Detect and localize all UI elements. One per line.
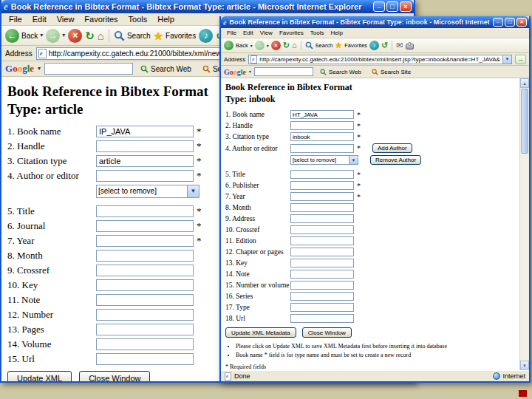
vertical-scrollbar[interactable]	[519, 78, 529, 370]
field-input[interactable]	[96, 220, 194, 232]
remove-author-select[interactable]: [select to remove]	[290, 155, 358, 165]
forward-dropdown-icon[interactable]	[267, 44, 269, 48]
field-input[interactable]	[96, 170, 194, 182]
address-dropdown-icon[interactable]	[502, 55, 511, 64]
home-button[interactable]	[292, 41, 297, 50]
close-window-button[interactable]: Close Window	[302, 327, 352, 338]
back-button[interactable]: Back	[5, 29, 43, 43]
title-bar[interactable]: Book Reference in Bibtex Format - Bibtex…	[221, 16, 529, 28]
address-input[interactable]: http://campexity.cc.gatech.edu:21000/bib…	[248, 55, 512, 64]
menu-item[interactable]: View	[257, 29, 276, 37]
field-input[interactable]	[290, 281, 354, 290]
field-input[interactable]	[96, 309, 194, 321]
menu-item[interactable]: Help	[327, 29, 345, 37]
field-input[interactable]	[290, 292, 354, 301]
field-input[interactable]	[290, 248, 354, 256]
go-button[interactable]	[515, 55, 526, 64]
close-button[interactable]	[516, 18, 527, 27]
menu-item[interactable]: Help	[153, 14, 179, 24]
back-dropdown-icon[interactable]	[40, 33, 43, 38]
back-button[interactable]: Back	[224, 41, 253, 50]
field-input[interactable]	[96, 353, 194, 365]
search-button[interactable]: Search	[305, 41, 333, 50]
field-input[interactable]	[290, 203, 354, 212]
maximize-button[interactable]	[505, 18, 515, 27]
refresh-button[interactable]	[85, 30, 95, 41]
field-input[interactable]	[290, 236, 354, 245]
google-search-input[interactable]	[254, 67, 313, 76]
media-button[interactable]	[199, 29, 213, 43]
field-input[interactable]	[96, 126, 194, 137]
home-button[interactable]	[98, 30, 104, 41]
field-input[interactable]	[290, 192, 354, 201]
media-button[interactable]	[369, 41, 379, 50]
scroll-up-arrow[interactable]	[520, 78, 529, 88]
field-input[interactable]	[96, 250, 194, 262]
field-input[interactable]	[290, 110, 354, 119]
title-bar[interactable]: Book Reference in Bibtex Format - Bibtex…	[1, 0, 414, 13]
back-dropdown-icon[interactable]	[250, 44, 253, 48]
favorites-label: Favorites	[344, 42, 367, 49]
mail-button[interactable]	[396, 41, 403, 50]
remove-author-button[interactable]: Remove Author	[370, 155, 421, 165]
field-input[interactable]	[290, 214, 354, 223]
menu-item[interactable]: Edit	[240, 29, 256, 37]
field-input[interactable]	[96, 235, 194, 247]
google-search-input[interactable]	[44, 63, 133, 75]
menu-item[interactable]: Tools	[307, 29, 327, 37]
field-input[interactable]	[96, 205, 194, 217]
update-xml-metadata-button[interactable]: Update XML Metadata	[225, 327, 296, 338]
scrollbar-thumb[interactable]	[521, 89, 528, 154]
remove-author-select[interactable]: [select to remove]	[96, 185, 200, 198]
add-author-button[interactable]: Add Author	[372, 143, 412, 153]
menu-item[interactable]: Favorites	[80, 14, 122, 24]
field-input[interactable]	[290, 303, 354, 312]
google-search-web-button[interactable]: Search Web	[137, 64, 195, 75]
menu-item[interactable]: Tools	[124, 14, 152, 24]
field-input[interactable]	[290, 270, 354, 279]
forward-button[interactable]	[46, 29, 65, 43]
history-button[interactable]	[381, 41, 388, 50]
field-input[interactable]	[290, 259, 354, 267]
google-dropdown-icon[interactable]	[249, 69, 251, 74]
field-input[interactable]	[290, 314, 354, 323]
field-input[interactable]	[96, 294, 194, 306]
stop-button[interactable]	[68, 29, 82, 43]
field-input[interactable]	[96, 265, 194, 276]
field-input[interactable]	[96, 338, 194, 350]
menu-item[interactable]: Edit	[28, 14, 51, 24]
favorites-button[interactable]: Favorites	[335, 41, 367, 50]
minimize-button[interactable]	[493, 18, 503, 27]
favorites-button[interactable]: Favorites	[154, 30, 197, 41]
minimize-button[interactable]	[373, 1, 385, 12]
google-search-site-button[interactable]: Search Site	[368, 67, 415, 77]
update-xml-button[interactable]: Update XML	[7, 371, 72, 382]
scrollbar-track[interactable]	[520, 154, 529, 361]
menu-item[interactable]: Favorites	[276, 29, 307, 37]
menu-item[interactable]: File	[224, 29, 239, 37]
field-input[interactable]	[96, 155, 194, 167]
menu-item[interactable]: View	[52, 14, 79, 24]
print-button[interactable]	[406, 42, 414, 50]
field-input[interactable]	[96, 140, 194, 152]
field-input[interactable]	[290, 132, 354, 141]
forward-dropdown-icon[interactable]	[62, 33, 65, 38]
search-button[interactable]: Search	[114, 30, 151, 41]
google-search-web-button[interactable]: Search Web	[316, 67, 365, 77]
field-input[interactable]	[290, 181, 354, 190]
menu-item[interactable]: File	[4, 14, 27, 24]
field-input[interactable]	[290, 170, 354, 179]
field-input[interactable]	[96, 279, 194, 291]
stop-button[interactable]	[271, 41, 281, 50]
close-window-button[interactable]: Close Window	[79, 371, 150, 382]
field-input[interactable]	[290, 121, 354, 130]
forward-button[interactable]	[255, 41, 269, 50]
refresh-button[interactable]	[283, 41, 290, 50]
google-dropdown-icon[interactable]	[38, 66, 41, 72]
field-input[interactable]	[96, 324, 194, 335]
scroll-down-arrow[interactable]	[520, 361, 529, 370]
close-button[interactable]	[400, 1, 412, 12]
author-input[interactable]	[290, 144, 354, 153]
field-input[interactable]	[290, 225, 354, 234]
maximize-button[interactable]	[386, 1, 398, 12]
